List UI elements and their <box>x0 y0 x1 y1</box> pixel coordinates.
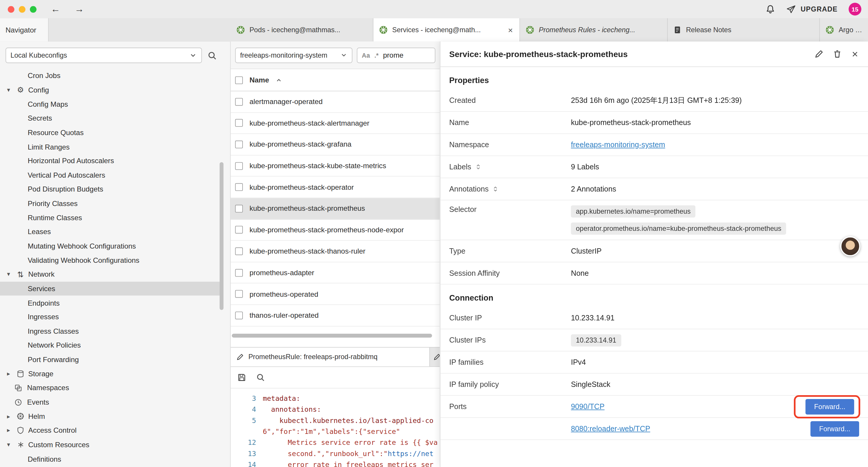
save-icon[interactable] <box>237 373 246 382</box>
row-checkbox[interactable] <box>235 205 243 212</box>
select-all-checkbox[interactable] <box>235 76 243 84</box>
table-row[interactable]: kube-prometheus-stack-grafana <box>231 134 440 155</box>
window-close-button[interactable] <box>8 6 14 12</box>
sort-ascending-icon[interactable] <box>276 77 282 83</box>
sidebar-item-definitions[interactable]: Definitions <box>0 452 221 466</box>
sidebar-group-storage[interactable]: ▸ Storage <box>0 367 221 381</box>
row-checkbox[interactable] <box>235 269 243 276</box>
table-row[interactable]: alertmanager-operated <box>231 91 440 113</box>
back-button[interactable]: ← <box>51 4 60 14</box>
close-tab-icon[interactable]: × <box>507 25 514 35</box>
yaml-editor[interactable]: 3metadata: 4 annotations: 5 kubectl.kube… <box>231 388 440 467</box>
sidebar-item-vertical-pod-autoscalers[interactable]: Vertical Pod Autoscalers <box>0 168 221 182</box>
detail-row-name: Name kube-prometheus-stack-prometheus <box>440 112 868 134</box>
sidebar-group-custom-resources[interactable]: ▾ Custom Resources <box>0 438 221 452</box>
row-checkbox[interactable] <box>235 312 243 319</box>
tab-prometheus-rules[interactable]: Prometheus Rules - icecheng... <box>520 18 668 42</box>
sidebar-item-resource-quotas[interactable]: Resource Quotas <box>0 125 221 140</box>
port-link-8080[interactable]: 8080:reloader-web/TCP <box>571 425 650 433</box>
shield-icon <box>16 426 25 435</box>
sidebar-item-priority-classes[interactable]: Priority Classes <box>0 196 221 210</box>
row-checkbox[interactable] <box>235 290 243 298</box>
sidebar-item-cron-jobs[interactable]: Cron Jobs <box>0 68 221 83</box>
tab-services[interactable]: Services - icecheng@math... × <box>373 18 520 42</box>
notifications-bell-icon[interactable] <box>766 4 775 14</box>
sidebar-item-config-maps[interactable]: Config Maps <box>0 97 221 111</box>
kubeconfig-selector[interactable]: Local Kubeconfigs <box>6 48 202 63</box>
network-icon: ⇅ <box>16 270 25 279</box>
row-checkbox[interactable] <box>235 247 243 255</box>
navigator-tab[interactable]: Navigator <box>0 18 49 42</box>
search-input[interactable]: Aa .* prome <box>357 47 435 63</box>
sidebar-item-endpoints[interactable]: Endpoints <box>0 296 221 310</box>
tab-argo[interactable]: Argo Se <box>820 18 868 42</box>
row-checkbox[interactable] <box>235 162 243 170</box>
namespace-link[interactable]: freeleaps-monitoring-system <box>571 141 665 149</box>
editor-search-icon[interactable] <box>256 373 265 382</box>
trash-icon[interactable] <box>833 49 842 59</box>
editor-tab-prometheusrule[interactable]: PrometheusRule: freeleaps-prod-rabbitmq <box>231 348 430 367</box>
editor-tab-partial[interactable] <box>430 348 440 367</box>
detail-row-ports-2: 8080:reloader-web/TCP Forward... <box>440 418 868 440</box>
sidebar-item-network-policies[interactable]: Network Policies <box>0 338 221 352</box>
expand-toggle-icon[interactable] <box>492 185 499 193</box>
sidebar-search-icon[interactable] <box>208 51 217 60</box>
table-row[interactable]: prometheus-operated <box>231 284 440 305</box>
regex-toggle[interactable]: .* <box>374 52 378 58</box>
table-row[interactable]: kube-prometheus-stack-kube-state-metrics <box>231 155 440 177</box>
window-zoom-button[interactable] <box>30 6 36 12</box>
forward-button-9090[interactable]: Forward... <box>805 399 854 414</box>
sidebar-item-limit-ranges[interactable]: Limit Ranges <box>0 140 221 154</box>
row-checkbox[interactable] <box>235 226 243 234</box>
namespace-filter-dropdown[interactable]: freeleaps-monitoring-system <box>235 47 352 63</box>
chevron-right-icon: ▸ <box>4 427 13 434</box>
sidebar-item-events[interactable]: Events <box>0 395 221 409</box>
sidebar-item-ingress-classes[interactable]: Ingress Classes <box>0 324 221 338</box>
sidebar-item-ingresses[interactable]: Ingresses <box>0 310 221 324</box>
sidebar-group-access-control[interactable]: ▸ Access Control <box>0 423 221 437</box>
column-name-header[interactable]: Name <box>249 76 269 84</box>
table-row[interactable]: kube-prometheus-stack-alertmanager <box>231 113 440 134</box>
table-row[interactable]: kube-prometheus-stack-prometheus-node-ex… <box>231 220 440 241</box>
sidebar-item-secrets[interactable]: Secrets <box>0 111 221 125</box>
notification-count-badge[interactable]: 15 <box>848 3 861 16</box>
upgrade-button[interactable]: UPGRADE <box>786 5 838 13</box>
sidebar-item-horizontal-pod-autoscalers[interactable]: Horizontal Pod Autoscalers <box>0 154 221 168</box>
sidebar-group-network[interactable]: ▾ ⇅ Network <box>0 267 221 282</box>
sidebar-group-helm[interactable]: ▸ Helm <box>0 409 221 423</box>
sidebar-item-pod-disruption-budgets[interactable]: Pod Disruption Budgets <box>0 182 221 196</box>
table-row[interactable]: kube-prometheus-stack-thanos-ruler <box>231 241 440 262</box>
forward-button[interactable]: → <box>75 4 84 14</box>
port-link-9090[interactable]: 9090/TCP <box>571 402 604 411</box>
sidebar-group-config[interactable]: ▾ ⚙ Config <box>0 83 221 97</box>
row-checkbox[interactable] <box>235 119 243 127</box>
close-drawer-icon[interactable]: × <box>851 48 859 60</box>
horizontal-scrollbar[interactable] <box>232 334 432 338</box>
window-title-bar: ← → UPGRADE 15 <box>0 0 868 19</box>
sidebar-scrollbar[interactable] <box>219 162 223 310</box>
table-row[interactable]: kube-prometheus-stack-operator <box>231 177 440 198</box>
sidebar-item-services[interactable]: Services <box>0 282 221 296</box>
tab-release-notes[interactable]: Release Notes <box>668 18 820 42</box>
expand-toggle-icon[interactable] <box>474 163 482 170</box>
tab-pods[interactable]: Pods - icecheng@mathmas... <box>231 18 373 42</box>
sidebar-item-namespaces[interactable]: Namespaces <box>0 381 221 395</box>
match-case-toggle[interactable]: Aa <box>362 52 370 58</box>
sidebar-item-runtime-classes[interactable]: Runtime Classes <box>0 210 221 225</box>
edit-pencil-icon[interactable] <box>814 49 824 59</box>
sidebar-item-leases[interactable]: Leases <box>0 225 221 239</box>
sidebar-item-validating-webhook-configurations[interactable]: Validating Webhook Configurations <box>0 253 221 267</box>
table-row[interactable]: thanos-ruler-operated <box>231 305 440 326</box>
window-minimize-button[interactable] <box>19 6 25 12</box>
tab-label: Release Notes <box>686 26 732 34</box>
row-checkbox[interactable] <box>235 183 243 191</box>
row-checkbox[interactable] <box>235 141 243 148</box>
sidebar-item-mutating-webhook-configurations[interactable]: Mutating Webhook Configurations <box>0 239 221 253</box>
floating-avatar[interactable] <box>840 236 860 256</box>
table-row-selected[interactable]: kube-prometheus-stack-prometheus <box>231 198 440 219</box>
table-row[interactable]: prometheus-adapter <box>231 262 440 284</box>
row-checkbox[interactable] <box>235 98 243 106</box>
storage-icon <box>16 370 25 378</box>
sidebar-item-port-forwarding[interactable]: Port Forwarding <box>0 352 221 367</box>
forward-button-8080[interactable]: Forward... <box>810 421 859 436</box>
